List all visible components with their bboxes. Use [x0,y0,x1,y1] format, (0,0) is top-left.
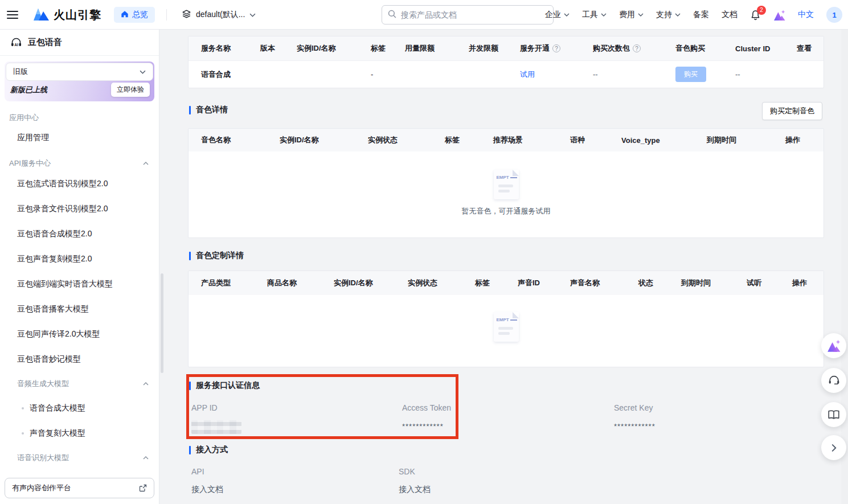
sidebar-scrollbar-thumb[interactable] [161,273,163,373]
sidebar-item[interactable]: 应用管理 [0,126,159,149]
sdk-doc-link[interactable]: 接入文档 [399,485,431,495]
sidebar-item[interactable]: 豆包语音合成模型2.0 [0,222,159,247]
topbar-left: 火山引擎 总览 default(默认... [0,0,256,30]
section-bar [189,252,191,260]
floating-collapse-button[interactable] [821,435,846,460]
column-header: 试听 [747,278,792,288]
ai-mountain-icon [827,339,841,352]
link-docs[interactable]: 文档 [722,10,738,20]
column-header: 到期时间 [681,278,747,288]
column-header: 实例ID/名称 [280,135,368,145]
menu-tools[interactable]: 工具 [582,10,607,20]
link-label: 文档 [722,10,738,20]
link-icp[interactable]: 备案 [693,10,709,20]
column-header: 实例ID/名称 [334,278,408,288]
sidebar-item-label: 语音合成大模型 [30,403,85,413]
empty-state-text: 暂无音色，可开通服务试用 [462,206,551,216]
buy-button[interactable]: 购买 [675,67,706,82]
topbar-right: 企业 工具 费用 支持 备案 文档 2 [545,0,842,30]
help-icon[interactable] [633,44,641,52]
access-token-label: Access Token [402,403,451,412]
ai-assistant-button[interactable] [773,10,785,21]
group-label-app-center: 应用中心 [0,113,159,123]
menu-enterprise[interactable]: 企业 [545,10,570,20]
version-select[interactable]: 旧版 [6,63,153,81]
avatar[interactable]: 1 [826,7,842,23]
buy-custom-voice-button[interactable]: 购买定制音色 [762,102,822,120]
chevron-down-icon [564,13,570,17]
menu-billing[interactable]: 费用 [619,10,644,20]
hamburger-menu-icon[interactable] [0,0,25,30]
subgroup-speech-recognition[interactable]: 语音识别大模型 [0,446,159,470]
group-label-api-center[interactable]: API服务中心 [0,158,159,169]
sidebar-item[interactable]: 豆包语音播客大模型 [0,297,159,322]
bottom-link-label: 有声内容创作平台 [12,483,71,493]
project-name: default(默认... [196,10,245,20]
app-root: 火山引擎 总览 default(默认... [0,0,848,504]
menu-support[interactable]: 支持 [656,10,681,20]
overview-button[interactable]: 总览 [114,7,155,23]
column-header: 实例状态 [368,135,445,145]
sidebar-item-label: 应用管理 [17,133,49,143]
overview-label: 总览 [132,10,148,20]
language-switch[interactable]: 中文 [798,10,814,20]
chevron-down-icon [638,13,644,17]
subgroup-audio-generation[interactable]: 音频生成大模型 [0,372,159,396]
project-selector[interactable]: default(默认... [182,9,256,21]
chevron-up-icon [143,456,149,460]
sidebar-item[interactable]: 豆包流式语音识别模型2.0 [0,171,159,196]
new-version-row: 新版已上线 立即体验 [10,83,150,97]
sidebar-item-label: 豆包流式语音识别模型2.0 [17,179,108,189]
sidebar-item[interactable]: 豆包录音文件识别模型2.0 [0,196,159,222]
sidebar-item[interactable]: 豆包同声传译2.0大模型 [0,322,159,347]
open-book-icon [827,409,840,420]
try-now-button[interactable]: 立即体验 [111,83,150,97]
floating-support-button[interactable] [821,368,846,393]
section-title-text: 音色定制详情 [196,251,244,261]
custom-empty-state: EMPT [189,295,824,342]
secret-key-label: Secret Key [614,403,653,412]
column-header: 服务开通 [520,43,593,54]
floating-ai-assistant-button[interactable] [821,333,846,358]
page-scrollbar-track[interactable] [841,30,848,504]
sidebar-header: AI 豆包语音 [0,30,159,56]
sidebar-item-label: 豆包声音复刻模型2.0 [17,254,92,264]
help-icon[interactable] [552,44,560,52]
notifications-button[interactable]: 2 [750,10,761,21]
sidebar-item[interactable]: 豆包端到端实时语音大模型 [0,272,159,297]
volcengine-logo-icon [33,7,49,23]
column-header: 查看 [797,43,824,54]
chevron-down-icon [675,13,681,17]
brand-logo[interactable]: 火山引擎 [33,7,101,23]
section-bar [189,446,191,454]
svg-text:AI: AI [14,43,18,47]
new-version-text: 新版已上线 [10,85,47,95]
sidebar-item-label: 声音复刻大模型 [30,428,85,439]
headphone-ai-icon: AI [10,37,22,48]
audio-generation-list: 语音合成大模型声音复刻大模型 [0,396,159,446]
sidebar-sub-item[interactable]: 语音合成大模型 [0,396,159,421]
sidebar-item[interactable]: 豆包声音复刻模型2.0 [0,247,159,272]
floating-docs-button[interactable] [821,402,846,427]
sidebar-item-label: 豆包语音播客大模型 [17,304,89,314]
sidebar-sub-item[interactable]: 声音复刻大模型 [0,421,159,446]
audio-creation-platform-link[interactable]: 有声内容创作平台 [5,478,154,498]
trial-link[interactable]: 试用 [520,69,593,80]
api-label: API [191,467,204,476]
column-header: 声音ID [518,278,570,288]
chevron-down-icon [601,13,607,17]
sidebar-item-label: 豆包语音妙记模型 [17,354,81,364]
custom-voice-table-card: 产品类型商品名称实例ID/名称实例状态标签声音ID声音名称状态到期时间试听操作 … [188,271,824,367]
empty-icon-label: EMPT [497,175,509,180]
section-title-text: 服务接口认证信息 [196,380,260,391]
custom-voice-title: 音色定制详情 [189,251,244,261]
search-input[interactable] [401,10,547,19]
document-dash [510,319,517,321]
voice-table-header: 音色名称实例ID/名称实例状态标签推荐场景语种Voice_type到期时间操作 [189,129,824,151]
api-doc-link[interactable]: 接入文档 [191,485,223,495]
product-title: 豆包语音 [28,37,62,48]
column-header: 音色名称 [201,135,280,145]
column-header: 实例状态 [408,278,475,288]
sidebar-item[interactable]: 豆包语音妙记模型 [0,347,159,372]
service-table-header: 服务名称 版本 实例ID/名称 标签 用量限额 并发限额 服务开通 购买次数包 … [189,36,824,60]
